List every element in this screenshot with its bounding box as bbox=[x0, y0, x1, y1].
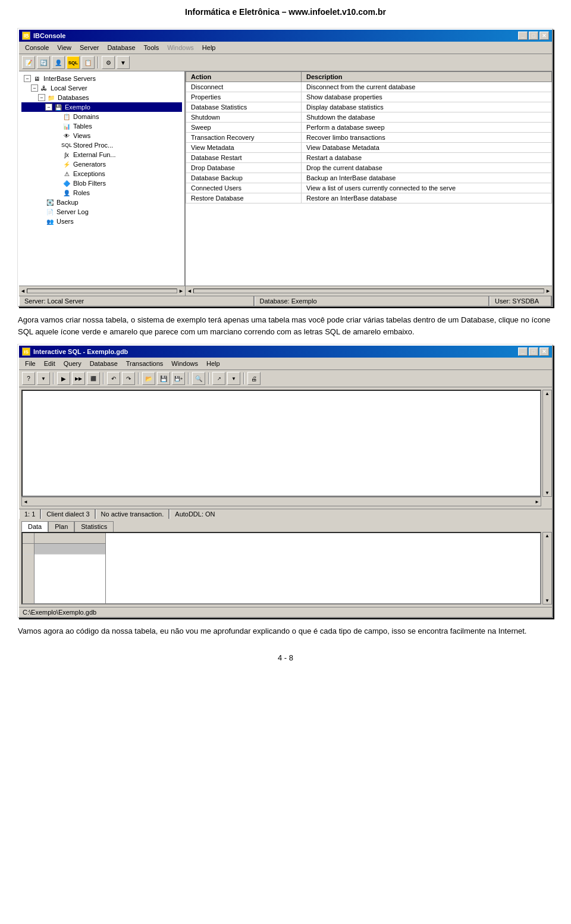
roles-icon: 👤 bbox=[62, 189, 71, 197]
table-row[interactable]: Shutdown Shutdown the database bbox=[186, 112, 552, 123]
expand-local[interactable]: − bbox=[31, 84, 38, 92]
table-row[interactable]: Database Statistics Display database sta… bbox=[186, 102, 552, 112]
toolbar-btn-4[interactable]: SQL bbox=[67, 56, 80, 69]
tree-item-databases[interactable]: − 📁 Databases bbox=[21, 93, 182, 102]
isql-menu-file[interactable]: File bbox=[21, 359, 39, 368]
isql-menu-query[interactable]: Query bbox=[60, 359, 85, 368]
desc-transaction-recovery: Recover limbo transactions bbox=[302, 133, 552, 143]
isql-toolbar-export[interactable]: ↗ bbox=[212, 372, 225, 385]
close-button[interactable]: ✕ bbox=[539, 32, 549, 40]
tree-item-domains[interactable]: 📋 Domains bbox=[21, 112, 182, 121]
tree-item-users[interactable]: 👥 Users bbox=[21, 217, 182, 226]
tree-item-tables[interactable]: 📊 Tables bbox=[21, 121, 182, 131]
menu-tools[interactable]: Tools bbox=[140, 43, 163, 52]
isql-toolbar-saveas[interactable]: 💾+ bbox=[172, 372, 185, 385]
isql-minimize-button[interactable]: _ bbox=[518, 347, 528, 356]
table-row[interactable]: Properties Show database properties bbox=[186, 92, 552, 102]
toolbar-btn-2[interactable]: 🔄 bbox=[37, 56, 50, 69]
isql-menu-transactions[interactable]: Transactions bbox=[123, 359, 167, 368]
isql-toolbar-undo[interactable]: ↶ bbox=[107, 372, 120, 385]
database-status-text: Database: Exemplo bbox=[260, 297, 317, 305]
table-row[interactable]: Sweep Perform a database sweep bbox=[186, 123, 552, 133]
table-hscroll[interactable]: ◄► bbox=[186, 286, 552, 296]
toolbar-btn-7[interactable]: ▼ bbox=[117, 56, 130, 69]
tree-label-interbase: InterBase Servers bbox=[43, 75, 96, 82]
tree-item-backup[interactable]: 💽 Backup bbox=[21, 198, 182, 207]
tree-item-exceptions[interactable]: ⚠ Exceptions bbox=[21, 169, 182, 178]
menu-view[interactable]: View bbox=[54, 43, 75, 52]
menu-windows[interactable]: Windows bbox=[164, 43, 197, 52]
tab-data[interactable]: Data bbox=[21, 521, 48, 532]
toolbar-btn-5[interactable]: 📋 bbox=[81, 56, 95, 69]
tab-plan[interactable]: Plan bbox=[48, 521, 74, 532]
isql-sep-2 bbox=[103, 372, 104, 384]
expand-databases[interactable]: − bbox=[38, 94, 45, 101]
tree-item-interbase-servers[interactable]: − 🖥 InterBase Servers bbox=[21, 74, 182, 83]
isql-toolbar-step[interactable]: ▶▶ bbox=[72, 372, 85, 385]
tree-item-server-log[interactable]: 📄 Server Log bbox=[21, 207, 182, 217]
minimize-button[interactable]: _ bbox=[518, 32, 528, 40]
external-fun-icon: ∫x bbox=[62, 151, 71, 159]
menu-database[interactable]: Database bbox=[103, 43, 139, 52]
table-row[interactable]: Disconnect Disconnect from the current d… bbox=[186, 82, 552, 92]
expand-exemplo[interactable]: − bbox=[45, 104, 52, 111]
tree-item-local-server[interactable]: − 🖧 Local Server bbox=[21, 83, 182, 93]
tree-hscroll[interactable]: ◄► bbox=[19, 286, 186, 296]
tree-item-stored-proc[interactable]: SQL Stored Proc... bbox=[21, 140, 182, 150]
isql-toolbar-open[interactable]: 📂 bbox=[142, 372, 155, 385]
isql-toolbar-help[interactable]: ? bbox=[22, 372, 35, 385]
isql-menu-edit[interactable]: Edit bbox=[40, 359, 59, 368]
table-row[interactable]: View Metadata View Database Metadata bbox=[186, 143, 552, 153]
ibconsole-toolbar: 📝 🔄 👤 SQL 📋 ⚙ ▼ bbox=[19, 54, 552, 71]
tree-label-roles: Roles bbox=[73, 189, 90, 196]
titlebar-left: IB IBConsole bbox=[22, 32, 65, 40]
isql-toolbar-dd[interactable]: ▼ bbox=[37, 372, 50, 385]
grid-row-numbers bbox=[23, 544, 34, 603]
table-row[interactable]: Connected Users View a list of users cur… bbox=[186, 183, 552, 193]
tree-item-exemplo[interactable]: − 💾 Exemplo bbox=[21, 102, 182, 112]
isql-toolbar-run[interactable]: ▶ bbox=[57, 372, 70, 385]
table-row[interactable]: Drop Database Drop the current database bbox=[186, 163, 552, 173]
toolbar-btn-3[interactable]: 👤 bbox=[52, 56, 65, 69]
isql-menu-help[interactable]: Help bbox=[203, 359, 224, 368]
isql-dialect-text: Client dialect 3 bbox=[46, 510, 89, 518]
isql-editor[interactable] bbox=[21, 390, 541, 497]
isql-maximize-button[interactable]: □ bbox=[529, 347, 538, 356]
maximize-button[interactable]: □ bbox=[529, 32, 538, 40]
isql-position-text: 1: 1 bbox=[24, 510, 35, 518]
table-row[interactable]: Database Backup Backup an InterBase data… bbox=[186, 173, 552, 183]
table-row[interactable]: Restore Database Restore an InterBase da… bbox=[186, 193, 552, 203]
desc-db-statistics: Display database statistics bbox=[302, 102, 552, 112]
expand-interbase[interactable]: − bbox=[24, 75, 31, 82]
tree-item-roles[interactable]: 👤 Roles bbox=[21, 188, 182, 198]
isql-vscroll[interactable]: ▲ ▼ bbox=[542, 390, 552, 497]
grid-vscroll[interactable]: ▲ ▼ bbox=[542, 532, 552, 604]
table-row[interactable]: Database Restart Restart a database bbox=[186, 153, 552, 163]
toolbar-btn-1[interactable]: 📝 bbox=[22, 56, 35, 69]
isql-toolbar-find[interactable]: 🔍 bbox=[192, 372, 205, 385]
table-row[interactable]: Transaction Recovery Recover limbo trans… bbox=[186, 133, 552, 143]
isql-close-button[interactable]: ✕ bbox=[539, 347, 549, 356]
isql-toolbar-redo[interactable]: ↷ bbox=[122, 372, 135, 385]
isql-toolbar-save[interactable]: 💾 bbox=[157, 372, 170, 385]
isql-toolbar-print[interactable]: 🖨 bbox=[247, 372, 261, 385]
tree-item-generators[interactable]: ⚡ Generators bbox=[21, 159, 182, 169]
menu-console[interactable]: Console bbox=[21, 43, 52, 52]
isql-menu-database[interactable]: Database bbox=[86, 359, 121, 368]
tree-item-blob-filters[interactable]: 🔷 Blob Filters bbox=[21, 178, 182, 188]
desc-db-restart: Restart a database bbox=[302, 153, 552, 163]
isql-hscroll[interactable]: ◄ ► bbox=[21, 497, 541, 506]
isql-toolbar-dd2[interactable]: ▼ bbox=[227, 372, 240, 385]
tree-label-server-log: Server Log bbox=[57, 208, 89, 215]
action-transaction-recovery: Transaction Recovery bbox=[186, 133, 302, 143]
ibconsole-content: − 🖥 InterBase Servers − 🖧 Local Server bbox=[19, 71, 552, 286]
menu-server[interactable]: Server bbox=[76, 43, 102, 52]
tree-item-external-fun[interactable]: ∫x External Fun... bbox=[21, 150, 182, 159]
tree-label-exceptions: Exceptions bbox=[73, 170, 105, 177]
isql-menu-windows[interactable]: Windows bbox=[168, 359, 202, 368]
menu-help[interactable]: Help bbox=[199, 43, 219, 52]
tab-statistics[interactable]: Statistics bbox=[74, 521, 114, 532]
tree-item-views[interactable]: 👁 Views bbox=[21, 131, 182, 140]
isql-toolbar-stop[interactable]: ⬛ bbox=[87, 372, 100, 385]
toolbar-btn-6[interactable]: ⚙ bbox=[102, 56, 115, 69]
